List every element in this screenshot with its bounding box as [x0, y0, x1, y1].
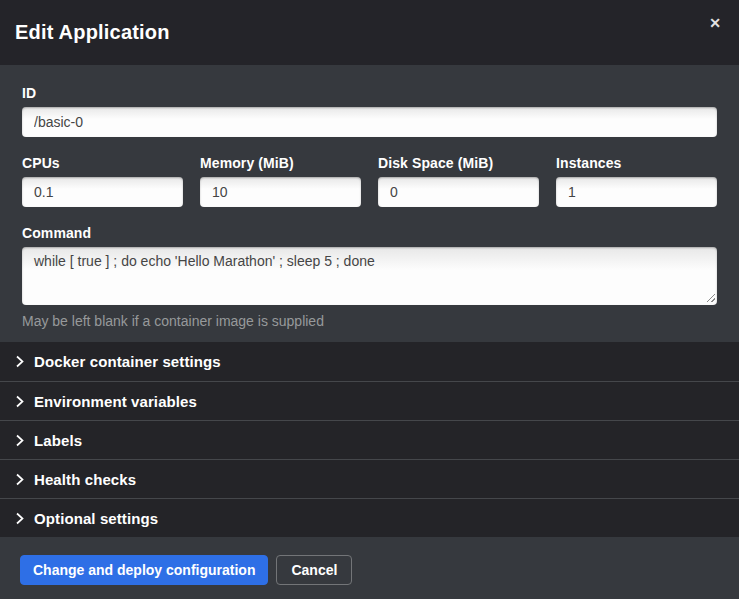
- field-cpus: CPUs: [22, 155, 183, 207]
- chevron-right-icon: [15, 512, 24, 525]
- modal-footer: Change and deploy configuration Cancel: [0, 537, 739, 599]
- id-label: ID: [22, 85, 717, 101]
- section-health-checks[interactable]: Health checks: [0, 459, 739, 498]
- form-area: ID CPUs Memory (MiB) Disk Space (MiB) In…: [0, 65, 739, 342]
- field-memory: Memory (MiB): [200, 155, 361, 207]
- command-textarea-wrap: while [ true ] ; do echo 'Hello Marathon…: [22, 247, 717, 305]
- cpus-input[interactable]: [22, 177, 183, 207]
- command-input[interactable]: while [ true ] ; do echo 'Hello Marathon…: [22, 247, 717, 305]
- command-help-text: May be left blank if a container image i…: [22, 313, 717, 329]
- section-docker-container-settings[interactable]: Docker container settings: [0, 342, 739, 381]
- section-label: Environment variables: [34, 393, 197, 410]
- memory-label: Memory (MiB): [200, 155, 361, 171]
- modal-header: Edit Application ✕: [0, 0, 739, 65]
- chevron-right-icon: [15, 473, 24, 486]
- chevron-right-icon: [15, 395, 24, 408]
- section-label: Optional settings: [34, 510, 158, 527]
- command-label: Command: [22, 225, 717, 241]
- disk-space-label: Disk Space (MiB): [378, 155, 539, 171]
- field-instances: Instances: [556, 155, 717, 207]
- section-labels[interactable]: Labels: [0, 420, 739, 459]
- field-disk-space: Disk Space (MiB): [378, 155, 539, 207]
- instances-input[interactable]: [556, 177, 717, 207]
- cpus-label: CPUs: [22, 155, 183, 171]
- accordion: Docker container settings Environment va…: [0, 342, 739, 537]
- section-label: Labels: [34, 432, 82, 449]
- section-optional-settings[interactable]: Optional settings: [0, 498, 739, 537]
- change-and-deploy-button[interactable]: Change and deploy configuration: [20, 555, 268, 585]
- chevron-right-icon: [15, 355, 24, 368]
- resources-row: CPUs Memory (MiB) Disk Space (MiB) Insta…: [22, 155, 717, 207]
- edit-application-modal: Edit Application ✕ ID CPUs Memory (MiB) …: [0, 0, 739, 599]
- modal-title: Edit Application: [15, 21, 170, 44]
- section-label: Health checks: [34, 471, 136, 488]
- close-icon[interactable]: ✕: [705, 14, 725, 32]
- id-input[interactable]: [22, 107, 717, 137]
- field-command: Command while [ true ] ; do echo 'Hello …: [22, 225, 717, 329]
- memory-input[interactable]: [200, 177, 361, 207]
- field-id: ID: [22, 85, 717, 137]
- cancel-button[interactable]: Cancel: [276, 555, 352, 585]
- disk-space-input[interactable]: [378, 177, 539, 207]
- section-environment-variables[interactable]: Environment variables: [0, 381, 739, 420]
- section-label: Docker container settings: [34, 353, 221, 370]
- instances-label: Instances: [556, 155, 717, 171]
- chevron-right-icon: [15, 434, 24, 447]
